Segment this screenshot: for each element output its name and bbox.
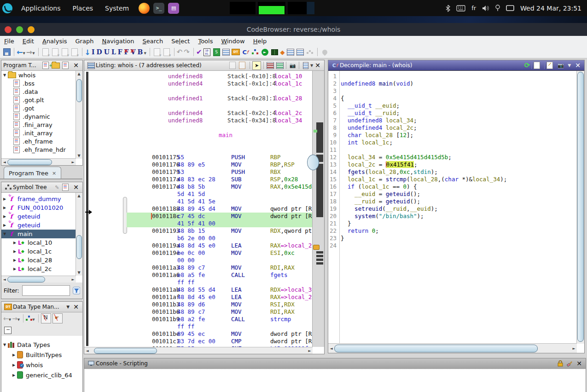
redo-icon[interactable]: ↷ bbox=[184, 48, 190, 56]
snapshot-out-icon[interactable] bbox=[163, 48, 171, 57]
listing-line[interactable] bbox=[84, 124, 313, 132]
dtm-forward-icon[interactable]: → bbox=[12, 315, 17, 322]
listing-line[interactable]: 41 5d 41 5e bbox=[84, 198, 313, 205]
symbol-local_10[interactable]: ▶Llocal_10 bbox=[1, 238, 76, 247]
close-listing-icon[interactable]: ✕ bbox=[313, 62, 322, 69]
scroll-left-icon[interactable]: ◄ bbox=[1, 159, 7, 165]
symbol-local_2c[interactable]: ▶Llocal_2c bbox=[1, 265, 76, 273]
clear-console-icon[interactable] bbox=[566, 360, 574, 368]
scroll-thumb[interactable] bbox=[577, 72, 584, 342]
symbol-main[interactable]: ▼fmain bbox=[1, 230, 76, 238]
decompile-line[interactable]: __ruid = geteuid(); bbox=[341, 198, 577, 205]
mark-l-icon[interactable]: L bbox=[111, 48, 116, 56]
decompile-body[interactable]: 12undefined8 main(void)34{5 __uid_t __eu… bbox=[328, 71, 577, 344]
listing-line[interactable]: undefined8Stack[-0x34]:8local_34 bbox=[84, 117, 313, 124]
scroll-up-icon[interactable]: ▲ bbox=[76, 71, 82, 77]
program-tree-hscrollbar[interactable]: ◄ ► bbox=[1, 158, 76, 165]
listing-line[interactable] bbox=[84, 146, 313, 154]
cursor-tool-icon[interactable]: ➤ bbox=[252, 61, 261, 70]
tab-close-icon[interactable]: × bbox=[52, 170, 56, 176]
listing-line[interactable]: 0010117a48 83 ec 28SUBRSP,0x28 bbox=[84, 176, 313, 183]
decompile-line[interactable] bbox=[341, 87, 577, 95]
taskbar-window-3[interactable] bbox=[288, 2, 314, 14]
program-tree-tab[interactable]: Program Tree × bbox=[4, 167, 61, 179]
filter-input[interactable] bbox=[22, 285, 70, 296]
listing-body[interactable]: undefined8Stack[-0x10]:8local_10undefine… bbox=[84, 71, 313, 347]
listing-line[interactable]: 001011ab48 8d 55 d4LEARDX=>local_3 bbox=[84, 286, 313, 294]
mark-d-icon[interactable]: D bbox=[97, 48, 102, 56]
dtm-node-generic_clib_64[interactable]: ▶generic_clib_64 bbox=[1, 370, 82, 380]
scroll-left-icon[interactable]: ◄ bbox=[84, 348, 90, 354]
back-dropdown-icon[interactable]: ▼ bbox=[23, 52, 25, 55]
scroll-up-icon[interactable]: ▲ bbox=[76, 193, 82, 199]
run-icon[interactable]: ► bbox=[261, 48, 269, 57]
listing-line[interactable]: undefined4Stack[-0x2c]:4local_2c bbox=[84, 110, 313, 117]
listing-line[interactable]: main bbox=[84, 132, 313, 139]
menu-window[interactable]: Window bbox=[217, 38, 249, 45]
dtm-back-icon[interactable]: ← bbox=[3, 315, 9, 322]
validate-icon[interactable]: ✔ bbox=[196, 48, 202, 56]
scroll-right-icon[interactable]: ► bbox=[307, 348, 313, 354]
dtm-layout-icon[interactable] bbox=[26, 316, 32, 321]
marks-dropdown-icon[interactable]: ▼ bbox=[144, 52, 146, 55]
decompile-line[interactable]: char local_28 [12]; bbox=[341, 132, 577, 139]
scroll-right-icon[interactable]: ► bbox=[571, 346, 577, 352]
listing-line[interactable]: undefined8Stack[-0x10]:8local_10 bbox=[84, 73, 313, 80]
symbol-FUN_00101020[interactable]: ▶fFUN_00101020 bbox=[1, 203, 76, 212]
dtm-node-whois[interactable]: ▶✓whois bbox=[1, 360, 82, 370]
decompile-line[interactable]: fgets(local_28,0xc,stdin); bbox=[341, 168, 577, 176]
mark-u-icon[interactable]: U bbox=[104, 48, 110, 56]
menu-navigation[interactable]: Navigation bbox=[98, 38, 138, 45]
symbol-geteuid[interactable]: ▶fgeteuid bbox=[1, 221, 76, 230]
function-graph-icon[interactable] bbox=[251, 48, 260, 57]
listing-line[interactable]: 0010117e48 b8 5bMOVRAX,0x5e415d4 bbox=[84, 183, 313, 190]
paste-icon[interactable] bbox=[239, 62, 247, 69]
decompile-hscrollbar[interactable]: ◄ ► bbox=[328, 343, 577, 353]
location-pin-icon[interactable] bbox=[320, 48, 329, 57]
decompile-line[interactable]: local_1c = strcmp(local_28,(char *)&loca… bbox=[341, 176, 577, 183]
keyboard-layout-indicator[interactable]: fr bbox=[471, 5, 476, 12]
save-tree-icon[interactable] bbox=[63, 62, 70, 69]
go-to-symbol-icon[interactable] bbox=[63, 184, 70, 191]
listing-line[interactable]: 001011be89 45 ecMOVdword ptr [R bbox=[84, 330, 313, 338]
snapshot-in-icon[interactable] bbox=[153, 48, 162, 57]
tree-node-data[interactable]: .data bbox=[1, 87, 76, 96]
clock[interactable]: Wed 24 Mar, 23:51 bbox=[520, 5, 581, 12]
close-dtm-icon[interactable]: ✕ bbox=[71, 303, 81, 311]
program-tree-vscrollbar[interactable]: ▲ ▼ bbox=[76, 71, 82, 159]
listing-line[interactable]: ff ff bbox=[84, 279, 313, 286]
listing-line[interactable]: 0010119348 8b 15MOVRDX,qword pt bbox=[84, 227, 313, 235]
collapse-all-icon[interactable]: − bbox=[4, 327, 12, 334]
scroll-thumb[interactable] bbox=[76, 235, 82, 259]
dtm-node-BuiltInTypes[interactable]: ▶BuiltInTypes bbox=[1, 350, 82, 360]
decompile-line[interactable]: undefined8 local_34; bbox=[341, 117, 577, 124]
listing-line[interactable]: 0010119ebe 0c 00MOVESI,0xc bbox=[84, 249, 313, 257]
diamond-icon[interactable]: ◆ bbox=[280, 49, 285, 56]
edit-symbol-icon[interactable]: ✎ bbox=[53, 184, 61, 191]
edit-icon[interactable] bbox=[547, 62, 555, 69]
listing-line[interactable]: 001011a6e8 a5 feCALLfgets bbox=[84, 271, 313, 279]
menu-graph[interactable]: Graph bbox=[71, 38, 98, 45]
close-symbol-tree-icon[interactable]: ✕ bbox=[71, 184, 81, 191]
listing-line[interactable]: 0010117953PUSHRBX bbox=[84, 168, 313, 176]
taskbar-window-1[interactable] bbox=[230, 2, 256, 14]
decompile-line[interactable]: __uid_t __ruid; bbox=[341, 110, 577, 117]
paste-down-icon[interactable] bbox=[41, 48, 50, 57]
listing-line[interactable]: undefined4Stack[-0x1c]:4local_1c bbox=[84, 80, 313, 87]
open-tree-icon[interactable] bbox=[53, 62, 61, 69]
symbol-table-icon[interactable] bbox=[296, 48, 305, 57]
decompile-line[interactable]: if (local_1c == 0) { bbox=[341, 183, 577, 190]
tree-node-whois[interactable]: ▼whois bbox=[1, 71, 76, 79]
menu-analysis[interactable]: Analysis bbox=[38, 38, 71, 45]
kali-logo-icon[interactable] bbox=[2, 3, 12, 13]
listing-line[interactable]: 41 5f 41 00 bbox=[84, 220, 313, 227]
decompile-line[interactable]: setreuid(__ruid,__euid); bbox=[341, 205, 577, 213]
decompile-line[interactable]: } bbox=[341, 235, 577, 242]
listing-line[interactable]: b6 2e 00 00 bbox=[84, 235, 313, 242]
tree-node-dynamic[interactable]: .dynamic bbox=[1, 112, 76, 121]
lock-icon[interactable] bbox=[556, 360, 564, 368]
binary-view-icon[interactable]: 1001 bbox=[203, 48, 211, 57]
scroll-right-icon[interactable]: ► bbox=[70, 159, 76, 165]
symbol-frame_dummy[interactable]: ▶fframe_dummy bbox=[1, 195, 76, 203]
dtm-node-root[interactable]: ▼Data Types bbox=[1, 340, 82, 350]
